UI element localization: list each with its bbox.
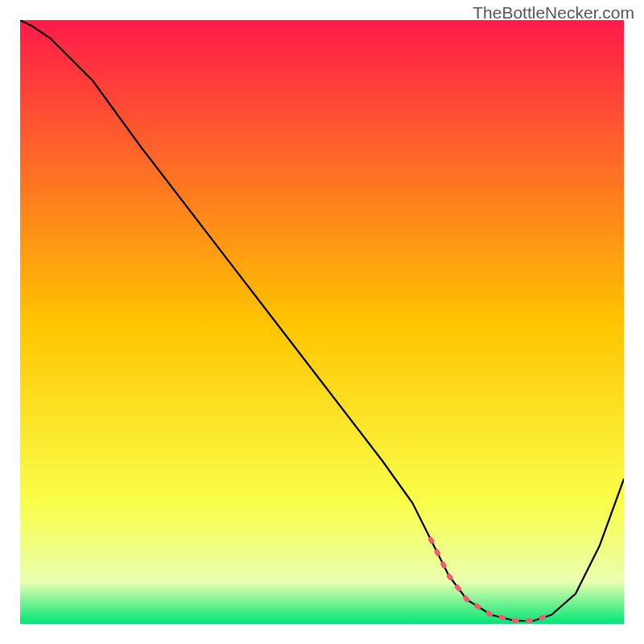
chart-area [20,20,624,624]
watermark-text: TheBottleNecker.com [473,3,634,23]
gradient-background [20,20,624,624]
chart-svg [20,20,624,624]
